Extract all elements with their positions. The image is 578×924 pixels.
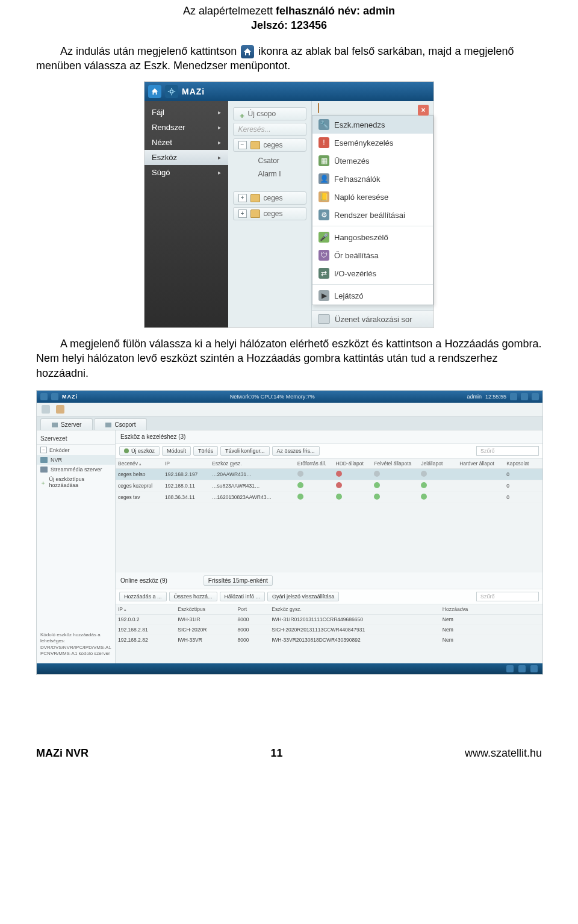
sidebar-footnote: Kódoló eszköz hozzáadás a lehetséges: DV… xyxy=(37,628,115,661)
play-icon: ▶ xyxy=(319,290,329,301)
folder-icon xyxy=(250,194,260,202)
status-icon[interactable] xyxy=(506,665,514,672)
filter-input[interactable]: Szűrő xyxy=(476,446,539,456)
col-resource[interactable]: Erőforrás áll. xyxy=(295,459,334,469)
cpanel-icon[interactable] xyxy=(42,405,50,414)
btn-net-info[interactable]: Hálózati infó ... xyxy=(220,592,266,601)
tab-server[interactable]: Szerver xyxy=(40,418,93,430)
tree-sub-alarm[interactable]: Alarm I xyxy=(258,170,312,178)
col-port[interactable]: Port xyxy=(235,604,270,615)
submenu-broadcast[interactable]: 🎤Hangosbeszélő xyxy=(312,228,433,246)
tab-group[interactable]: Csoport xyxy=(94,418,147,430)
btn-delete[interactable]: Törlés xyxy=(193,446,218,456)
plus-icon: + xyxy=(238,209,247,218)
app-titlebar: MAZi xyxy=(144,82,434,101)
menu-item-tool[interactable]: Eszköz▸ xyxy=(144,150,228,165)
section-managed-title: Eszköz a kezeléshez (3) xyxy=(116,430,542,444)
gear-icon: ⚙ xyxy=(319,209,329,220)
content-column: × 🔧Eszk.menedzs !Eseménykezelés ▦Ütemezé… xyxy=(312,101,434,327)
status-icon[interactable] xyxy=(530,665,538,672)
col-conn[interactable]: Kapcsolat xyxy=(504,459,542,469)
filter-input-online[interactable]: Szűrő xyxy=(476,592,539,601)
menu-item-system[interactable]: Rendszer▸ xyxy=(144,120,228,135)
submenu-scheduling[interactable]: ▦Ütemezés xyxy=(312,152,433,170)
btn-add-all[interactable]: Összes hozzá... xyxy=(169,592,217,601)
btn-factory-pwd[interactable]: Gyári jelszó visszaállítása xyxy=(267,592,339,601)
managed-devices-table: Becenév▴ IP Eszköz gysz. Erőforrás áll. … xyxy=(116,459,542,503)
close-icon[interactable] xyxy=(532,393,539,400)
tree-node-ceges-2[interactable]: +ceges xyxy=(233,191,307,205)
col-serial[interactable]: Eszköz gysz. xyxy=(269,604,440,615)
alert-icon: ! xyxy=(319,137,329,148)
home-icon[interactable] xyxy=(148,85,161,98)
calendar-icon: ▦ xyxy=(319,155,329,166)
status-dot-icon xyxy=(421,482,427,488)
sidebar-item-streammedia[interactable]: Streammédia szerver xyxy=(37,465,115,474)
col-added[interactable]: Hozzáadva xyxy=(440,604,542,615)
online-actionbar: Hozzáadás a ... Összes hozzá... Hálózati… xyxy=(116,589,542,604)
io-icon: ⇄ xyxy=(319,268,329,279)
submenu-event-handling[interactable]: !Eseménykezelés xyxy=(312,134,433,152)
btn-new-device[interactable]: Új eszköz xyxy=(119,446,160,456)
menu-item-view[interactable]: Nézet▸ xyxy=(144,135,228,150)
p1-a: Az indulás után megjelenő kattintson xyxy=(60,45,240,57)
table-row[interactable]: 192.0.0.2IWH-31IR8000IWH-31IR0120131111C… xyxy=(116,614,542,624)
col-ip[interactable]: IP xyxy=(163,459,210,469)
menu-item-help[interactable]: Súgó▸ xyxy=(144,165,228,180)
sidebar-item-add-type[interactable]: ＋Új eszköztípus hozzáadása xyxy=(37,474,115,490)
table-row[interactable]: ceges kozeprol192.168.0.11…su823AAWR431…… xyxy=(116,480,542,492)
home-icon[interactable] xyxy=(40,393,48,400)
sidebar-item-nvr[interactable]: NVR xyxy=(37,455,115,465)
tree-node-ceges[interactable]: −ceges xyxy=(233,138,307,152)
gear-icon[interactable] xyxy=(51,393,58,400)
search-input[interactable]: Keresés... xyxy=(233,123,307,136)
btn-add-to[interactable]: Hozzáadás a ... xyxy=(119,592,167,601)
device-manager-tab-icon[interactable] xyxy=(56,405,64,414)
col-ip[interactable]: IP▴ xyxy=(116,604,175,615)
lock-icon[interactable] xyxy=(510,393,517,400)
col-nickname[interactable]: Becenév▴ xyxy=(116,459,163,469)
minus-icon: − xyxy=(40,447,47,453)
page-footer: MAZi NVR 11 www.szatellit.hu xyxy=(36,747,542,760)
table-row[interactable]: 192.168.2.82IWH-33VR8000IWH-33VR20130818… xyxy=(116,634,542,645)
btn-refresh-all[interactable]: Az összes fris... xyxy=(272,446,320,456)
btn-modify[interactable]: Módosít xyxy=(162,446,191,456)
close-icon[interactable]: × xyxy=(418,105,429,116)
tree-node-ceges-3[interactable]: +ceges xyxy=(233,207,307,220)
status-icon[interactable] xyxy=(518,665,526,672)
nvr-icon xyxy=(40,457,48,463)
folder-icon xyxy=(250,209,260,218)
col-serial[interactable]: Eszköz gysz. xyxy=(210,459,295,469)
col-signal[interactable]: Jelállapot xyxy=(418,459,457,469)
sidebar-group-encoder[interactable]: −Enkóder xyxy=(37,445,115,455)
status-bar xyxy=(37,663,542,674)
gear-icon[interactable] xyxy=(165,85,178,98)
col-hw[interactable]: Hardver állapot xyxy=(457,459,504,469)
minimize-icon[interactable] xyxy=(521,393,528,400)
submenu-guard-setting[interactable]: 🛡Őr beállítása xyxy=(312,246,433,264)
managed-actionbar: Új eszköz Módosít Törlés Távoli konfigur… xyxy=(116,444,542,459)
table-row[interactable]: ceges belso192.168.2.197…20AAWR431…0 xyxy=(116,469,542,480)
col-record[interactable]: Felvétel állapota xyxy=(371,459,418,469)
col-hdd[interactable]: HDD-állapot xyxy=(334,459,372,469)
menu-item-file[interactable]: Fájl▸ xyxy=(144,105,228,120)
btn-remote-config[interactable]: Távoli konfigur... xyxy=(220,446,270,456)
btn-refresh-15s[interactable]: Frissítés 15mp-enként xyxy=(204,575,273,586)
submenu-player[interactable]: ▶Lejátszó xyxy=(312,287,433,305)
tool-submenu: 🔧Eszk.menedzs !Eseménykezelés ▦Ütemezés … xyxy=(312,115,434,305)
submenu-device-manager[interactable]: 🔧Eszk.menedzs xyxy=(312,116,433,134)
table-row[interactable]: ceges tav188.36.34.11…1620130823AAWR43…0 xyxy=(116,492,542,503)
submenu-log-search[interactable]: 📒Napló keresése xyxy=(312,188,433,206)
online-devices-table: IP▴ Eszköztípus Port Eszköz gysz. Hozzáa… xyxy=(116,604,542,645)
message-queue-bar[interactable]: Üzenet várakozási sor xyxy=(312,310,434,327)
default-credentials: Az alapértelmezett felhasználó név: admi… xyxy=(36,4,542,33)
screenshot-device-manager: MAZi Network:0% CPU:14% Memory:7% admin … xyxy=(36,390,543,675)
table-row[interactable]: 192.168.2.81SICH-2020R8000SICH-2020R2013… xyxy=(116,624,542,634)
submenu-users[interactable]: 👤Felhasználók xyxy=(312,170,433,188)
plus-icon xyxy=(124,448,129,453)
submenu-system-settings[interactable]: ⚙Rendszer beállításai xyxy=(312,206,433,224)
tree-sub-csator[interactable]: Csator xyxy=(258,157,312,165)
col-type[interactable]: Eszköztípus xyxy=(175,604,235,615)
new-group-button[interactable]: ＋Új csopo xyxy=(233,107,307,120)
submenu-io-control[interactable]: ⇄I/O-vezérlés xyxy=(312,264,433,282)
